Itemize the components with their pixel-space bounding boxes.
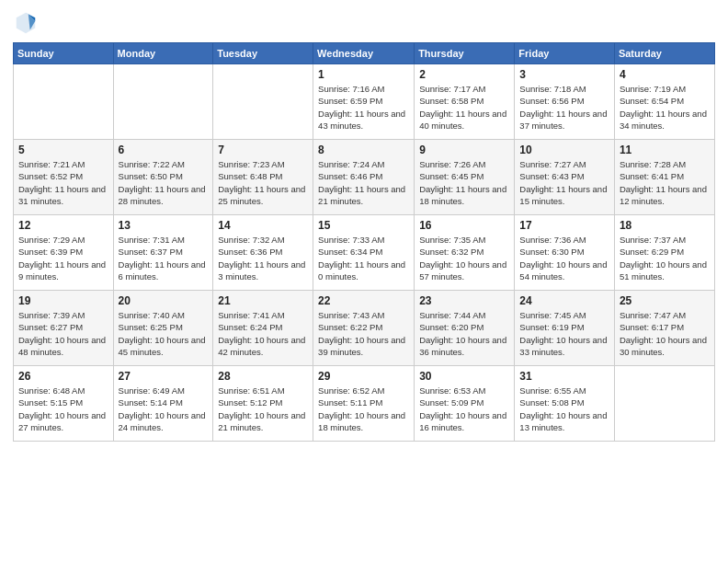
- day-info: Sunrise: 7:21 AMSunset: 6:52 PMDaylight:…: [18, 158, 108, 207]
- weekday-header-monday: Monday: [113, 43, 213, 64]
- day-number: 9: [419, 144, 509, 156]
- day-info: Sunrise: 7:32 AMSunset: 6:36 PMDaylight:…: [218, 234, 308, 282]
- day-info: Sunrise: 6:55 AMSunset: 5:08 PMDaylight:…: [519, 385, 609, 433]
- day-number: 24: [519, 294, 609, 307]
- day-number: 15: [318, 219, 409, 232]
- calendar-cell: [113, 64, 213, 140]
- day-number: 23: [419, 294, 509, 307]
- day-info: Sunrise: 7:39 AMSunset: 6:27 PMDaylight:…: [18, 309, 108, 358]
- day-number: 3: [519, 68, 609, 81]
- calendar-cell: 28Sunrise: 6:51 AMSunset: 5:12 PMDayligh…: [213, 366, 313, 442]
- day-number: 26: [18, 370, 108, 383]
- day-info: Sunrise: 7:23 AMSunset: 6:48 PMDaylight:…: [218, 158, 308, 207]
- day-number: 16: [419, 219, 509, 232]
- calendar-cell: 27Sunrise: 6:49 AMSunset: 5:14 PMDayligh…: [113, 366, 213, 442]
- calendar-cell: [614, 366, 714, 442]
- day-info: Sunrise: 7:22 AMSunset: 6:50 PMDaylight:…: [119, 158, 209, 207]
- day-number: 20: [119, 294, 209, 307]
- calendar-cell: 12Sunrise: 7:29 AMSunset: 6:39 PMDayligh…: [14, 215, 114, 291]
- day-number: 30: [419, 370, 509, 383]
- calendar-cell: 6Sunrise: 7:22 AMSunset: 6:50 PMDaylight…: [113, 140, 213, 215]
- day-info: Sunrise: 7:29 AMSunset: 6:39 PMDaylight:…: [18, 234, 108, 282]
- day-info: Sunrise: 7:43 AMSunset: 6:22 PMDaylight:…: [318, 309, 409, 358]
- day-info: Sunrise: 7:33 AMSunset: 6:34 PMDaylight:…: [318, 234, 409, 282]
- day-info: Sunrise: 7:47 AMSunset: 6:17 PMDaylight:…: [620, 309, 710, 358]
- calendar-week-row: 12Sunrise: 7:29 AMSunset: 6:39 PMDayligh…: [14, 215, 715, 291]
- weekday-header-row: SundayMondayTuesdayWednesdayThursdayFrid…: [14, 43, 715, 64]
- calendar-cell: 14Sunrise: 7:32 AMSunset: 6:36 PMDayligh…: [213, 215, 313, 291]
- calendar-cell: 4Sunrise: 7:19 AMSunset: 6:54 PMDaylight…: [614, 64, 714, 140]
- day-info: Sunrise: 6:49 AMSunset: 5:14 PMDaylight:…: [119, 385, 209, 433]
- calendar-cell: 16Sunrise: 7:35 AMSunset: 6:32 PMDayligh…: [415, 215, 515, 291]
- day-info: Sunrise: 7:40 AMSunset: 6:25 PMDaylight:…: [119, 309, 209, 358]
- day-info: Sunrise: 7:26 AMSunset: 6:45 PMDaylight:…: [419, 158, 509, 207]
- weekday-header-wednesday: Wednesday: [313, 43, 415, 64]
- day-number: 13: [119, 219, 209, 232]
- day-info: Sunrise: 6:53 AMSunset: 5:09 PMDaylight:…: [419, 385, 509, 433]
- day-info: Sunrise: 7:24 AMSunset: 6:46 PMDaylight:…: [318, 158, 409, 207]
- calendar-table: SundayMondayTuesdayWednesdayThursdayFrid…: [13, 42, 715, 442]
- day-number: 7: [218, 144, 308, 156]
- calendar-cell: 15Sunrise: 7:33 AMSunset: 6:34 PMDayligh…: [313, 215, 415, 291]
- day-number: 4: [620, 68, 710, 81]
- calendar-cell: 26Sunrise: 6:48 AMSunset: 5:15 PMDayligh…: [14, 366, 114, 442]
- day-info: Sunrise: 7:37 AMSunset: 6:29 PMDaylight:…: [620, 234, 710, 282]
- day-number: 17: [519, 219, 609, 232]
- day-number: 29: [318, 370, 409, 383]
- weekday-header-sunday: Sunday: [14, 43, 114, 64]
- calendar-cell: 17Sunrise: 7:36 AMSunset: 6:30 PMDayligh…: [515, 215, 615, 291]
- calendar-cell: 9Sunrise: 7:26 AMSunset: 6:45 PMDaylight…: [415, 140, 515, 215]
- calendar-week-row: 26Sunrise: 6:48 AMSunset: 5:15 PMDayligh…: [14, 366, 715, 442]
- calendar-cell: 11Sunrise: 7:28 AMSunset: 6:41 PMDayligh…: [614, 140, 714, 215]
- day-info: Sunrise: 7:28 AMSunset: 6:41 PMDaylight:…: [620, 158, 710, 207]
- day-number: 14: [218, 219, 308, 232]
- calendar-cell: [213, 64, 313, 140]
- calendar-cell: 18Sunrise: 7:37 AMSunset: 6:29 PMDayligh…: [614, 215, 714, 291]
- day-info: Sunrise: 7:44 AMSunset: 6:20 PMDaylight:…: [419, 309, 509, 358]
- weekday-header-saturday: Saturday: [614, 43, 714, 64]
- weekday-header-tuesday: Tuesday: [213, 43, 313, 64]
- day-info: Sunrise: 7:27 AMSunset: 6:43 PMDaylight:…: [519, 158, 609, 207]
- calendar-cell: 31Sunrise: 6:55 AMSunset: 5:08 PMDayligh…: [515, 366, 615, 442]
- weekday-header-thursday: Thursday: [415, 43, 515, 64]
- day-number: 2: [419, 68, 509, 81]
- calendar-cell: 3Sunrise: 7:18 AMSunset: 6:56 PMDaylight…: [515, 64, 615, 140]
- calendar-cell: 13Sunrise: 7:31 AMSunset: 6:37 PMDayligh…: [113, 215, 213, 291]
- day-number: 6: [119, 144, 209, 156]
- calendar-cell: 25Sunrise: 7:47 AMSunset: 6:17 PMDayligh…: [614, 291, 714, 366]
- day-number: 31: [519, 370, 609, 383]
- day-info: Sunrise: 7:31 AMSunset: 6:37 PMDaylight:…: [119, 234, 209, 282]
- day-number: 18: [620, 219, 710, 232]
- calendar-cell: 30Sunrise: 6:53 AMSunset: 5:09 PMDayligh…: [415, 366, 515, 442]
- day-info: Sunrise: 7:16 AMSunset: 6:59 PMDaylight:…: [318, 83, 409, 132]
- calendar-cell: [14, 64, 114, 140]
- page-container: SundayMondayTuesdayWednesdayThursdayFrid…: [0, 0, 728, 563]
- day-info: Sunrise: 7:18 AMSunset: 6:56 PMDaylight:…: [519, 83, 609, 132]
- day-number: 25: [620, 294, 710, 307]
- day-info: Sunrise: 7:36 AMSunset: 6:30 PMDaylight:…: [519, 234, 609, 282]
- calendar-cell: 2Sunrise: 7:17 AMSunset: 6:58 PMDaylight…: [415, 64, 515, 140]
- day-number: 19: [18, 294, 108, 307]
- calendar-week-row: 5Sunrise: 7:21 AMSunset: 6:52 PMDaylight…: [14, 140, 715, 215]
- calendar-cell: 7Sunrise: 7:23 AMSunset: 6:48 PMDaylight…: [213, 140, 313, 215]
- logo: [13, 9, 42, 35]
- day-info: Sunrise: 7:41 AMSunset: 6:24 PMDaylight:…: [218, 309, 308, 358]
- day-number: 5: [18, 144, 108, 156]
- calendar-cell: 5Sunrise: 7:21 AMSunset: 6:52 PMDaylight…: [14, 140, 114, 215]
- day-info: Sunrise: 6:48 AMSunset: 5:15 PMDaylight:…: [18, 385, 108, 433]
- day-number: 1: [318, 68, 409, 81]
- page-header: [13, 9, 715, 35]
- calendar-cell: 23Sunrise: 7:44 AMSunset: 6:20 PMDayligh…: [415, 291, 515, 366]
- weekday-header-friday: Friday: [515, 43, 615, 64]
- day-number: 22: [318, 294, 409, 307]
- calendar-week-row: 19Sunrise: 7:39 AMSunset: 6:27 PMDayligh…: [14, 291, 715, 366]
- day-number: 21: [218, 294, 308, 307]
- calendar-cell: 22Sunrise: 7:43 AMSunset: 6:22 PMDayligh…: [313, 291, 415, 366]
- logo-icon: [13, 9, 39, 35]
- calendar-cell: 1Sunrise: 7:16 AMSunset: 6:59 PMDaylight…: [313, 64, 415, 140]
- day-number: 27: [119, 370, 209, 383]
- calendar-week-row: 1Sunrise: 7:16 AMSunset: 6:59 PMDaylight…: [14, 64, 715, 140]
- day-number: 11: [620, 144, 710, 156]
- day-number: 12: [18, 219, 108, 232]
- day-number: 28: [218, 370, 308, 383]
